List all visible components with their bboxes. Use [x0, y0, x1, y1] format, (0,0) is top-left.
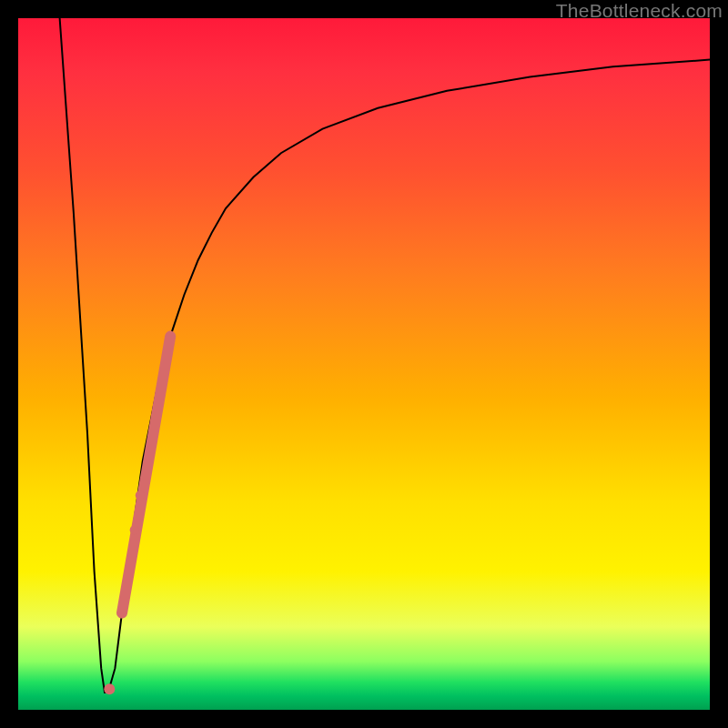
outer-frame: TheBottleneck.com — [0, 0, 728, 728]
bottleneck-curve — [60, 18, 710, 693]
curve-marker — [130, 525, 139, 534]
highlight-segment — [122, 337, 170, 613]
plot-area — [18, 18, 710, 710]
curve-marker — [136, 490, 145, 500]
chart-svg — [18, 18, 710, 710]
curve-marker — [104, 683, 115, 694]
